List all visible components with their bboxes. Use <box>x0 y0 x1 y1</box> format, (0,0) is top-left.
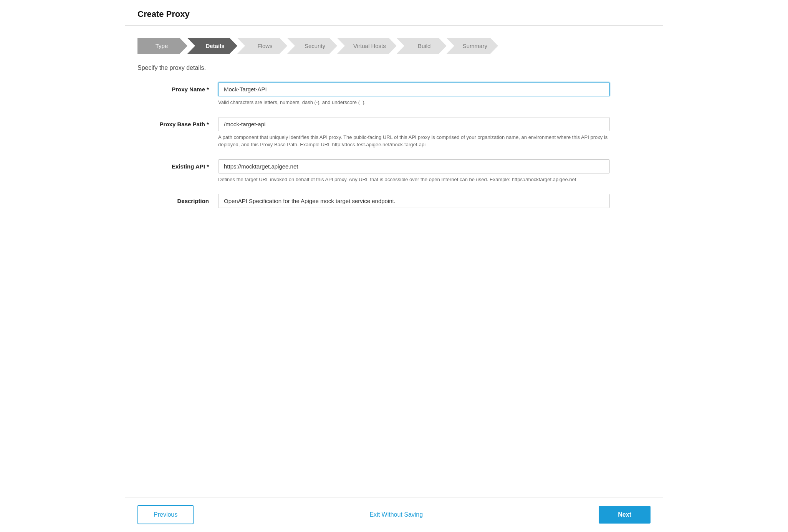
existing-api-field-wrapper: Defines the target URL invoked on behalf… <box>218 159 610 183</box>
proxy-name-hint: Valid characters are letters, numbers, d… <box>218 99 610 106</box>
description-field-wrapper <box>218 194 610 208</box>
existing-api-input[interactable] <box>218 159 610 173</box>
stepper: Type Details Flows Security Virtual Host… <box>137 38 651 54</box>
proxy-name-label: Proxy Name * <box>137 82 218 93</box>
proxy-details-form: Proxy Name * Valid characters are letter… <box>137 82 651 219</box>
proxy-name-input[interactable] <box>218 82 610 96</box>
proxy-base-path-row: Proxy Base Path * A path component that … <box>137 117 651 149</box>
next-button[interactable]: Next <box>599 506 651 524</box>
form-subtitle: Specify the proxy details. <box>137 64 651 71</box>
existing-api-row: Existing API * Defines the target URL in… <box>137 159 651 183</box>
step-type[interactable]: Type <box>137 38 187 54</box>
step-summary[interactable]: Summary <box>447 38 498 54</box>
step-details[interactable]: Details <box>187 38 237 54</box>
proxy-name-row: Proxy Name * Valid characters are letter… <box>137 82 651 106</box>
proxy-base-path-input[interactable] <box>218 117 610 131</box>
page-footer: Previous Exit Without Saving Next <box>125 497 663 532</box>
step-build[interactable]: Build <box>397 38 447 54</box>
page-title: Create Proxy <box>137 9 651 19</box>
description-row: Description <box>137 194 651 208</box>
proxy-name-field-wrapper: Valid characters are letters, numbers, d… <box>218 82 610 106</box>
existing-api-hint: Defines the target URL invoked on behalf… <box>218 176 610 183</box>
existing-api-label: Existing API * <box>137 159 218 170</box>
description-input[interactable] <box>218 194 610 208</box>
previous-button[interactable]: Previous <box>137 505 194 524</box>
exit-without-saving-button[interactable]: Exit Without Saving <box>362 506 430 524</box>
proxy-base-path-field-wrapper: A path component that uniquely identifie… <box>218 117 610 149</box>
description-label: Description <box>137 194 218 204</box>
proxy-base-path-label: Proxy Base Path * <box>137 117 218 127</box>
step-security[interactable]: Security <box>287 38 337 54</box>
proxy-base-path-hint: A path component that uniquely identifie… <box>218 134 610 149</box>
step-flows[interactable]: Flows <box>237 38 287 54</box>
step-virtual-hosts[interactable]: Virtual Hosts <box>337 38 397 54</box>
